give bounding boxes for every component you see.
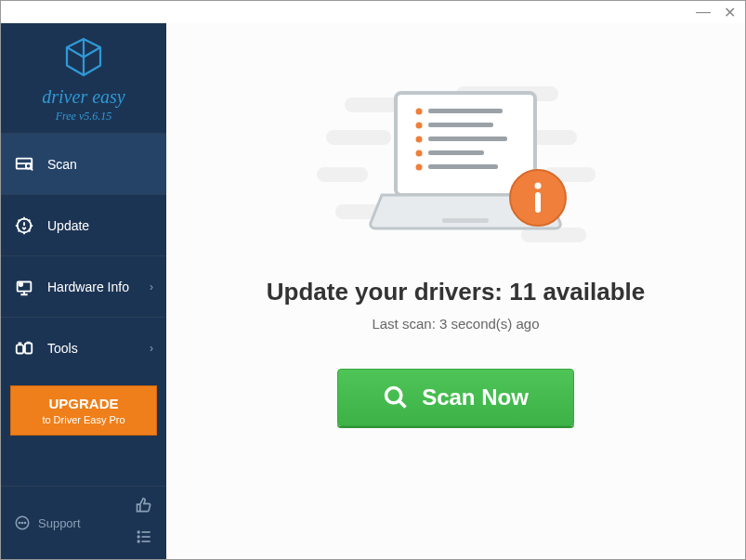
tools-icon xyxy=(14,338,34,358)
svg-rect-33 xyxy=(428,164,498,169)
last-scan-text: Last scan: 3 second(s) ago xyxy=(372,316,539,332)
svg-point-1 xyxy=(26,163,32,169)
svg-rect-25 xyxy=(428,109,503,113)
close-button[interactable]: ✕ xyxy=(724,4,736,21)
svg-point-37 xyxy=(386,388,401,403)
svg-point-35 xyxy=(534,183,541,189)
menu-icon[interactable] xyxy=(135,527,153,550)
svg-point-8 xyxy=(19,522,20,523)
svg-rect-36 xyxy=(535,192,541,213)
titlebar: — ✕ xyxy=(1,1,745,23)
brand-block: driver easy Free v5.6.15 xyxy=(1,23,166,133)
brand-name: driver easy xyxy=(1,86,166,108)
sidebar-item-label: Scan xyxy=(47,157,77,172)
sidebar-item-tools[interactable]: Tools › xyxy=(1,317,166,378)
svg-rect-6 xyxy=(25,343,32,353)
sidebar-item-label: Hardware Info xyxy=(47,280,129,294)
hardware-info-icon xyxy=(14,277,34,297)
svg-rect-22 xyxy=(396,93,535,195)
svg-point-10 xyxy=(24,522,25,523)
svg-point-24 xyxy=(415,109,422,115)
svg-rect-5 xyxy=(17,345,23,353)
update-icon xyxy=(14,215,34,236)
scan-now-button[interactable]: Scan Now xyxy=(337,369,574,426)
support-link[interactable]: Support xyxy=(14,514,81,531)
svg-rect-27 xyxy=(428,123,493,127)
chat-icon xyxy=(14,514,31,531)
svg-point-11 xyxy=(137,531,139,533)
sidebar-item-hardware-info[interactable]: Hardware Info › xyxy=(1,255,166,317)
svg-point-13 xyxy=(137,540,139,542)
upgrade-button[interactable]: UPGRADE to Driver Easy Pro xyxy=(10,385,157,436)
svg-point-28 xyxy=(415,137,422,143)
illustration xyxy=(317,79,595,265)
svg-point-12 xyxy=(137,536,139,538)
svg-point-26 xyxy=(415,123,422,129)
scan-button-label: Scan Now xyxy=(422,384,529,410)
logo-icon xyxy=(61,36,106,81)
minimize-button[interactable]: — xyxy=(696,4,711,20)
sidebar-item-label: Update xyxy=(47,218,89,233)
svg-rect-16 xyxy=(326,130,391,145)
svg-rect-23 xyxy=(442,218,489,223)
svg-rect-29 xyxy=(428,137,507,141)
main-panel: Update your drivers: 11 available Last s… xyxy=(166,23,745,559)
headline-text: Update your drivers: 11 available xyxy=(267,278,646,306)
search-icon xyxy=(383,384,409,410)
chevron-right-icon: › xyxy=(150,342,153,355)
svg-point-32 xyxy=(415,164,422,171)
sidebar: driver easy Free v5.6.15 Scan Update Har… xyxy=(1,23,166,559)
sidebar-item-label: Tools xyxy=(47,341,78,356)
sidebar-footer: Support xyxy=(1,486,166,559)
upgrade-line1: UPGRADE xyxy=(15,396,152,411)
svg-point-30 xyxy=(415,150,422,157)
svg-point-9 xyxy=(21,522,22,523)
support-label: Support xyxy=(38,516,81,530)
scan-icon xyxy=(14,154,34,175)
chevron-right-icon: › xyxy=(150,280,153,293)
thumbs-up-icon[interactable] xyxy=(135,496,153,518)
svg-rect-31 xyxy=(428,150,484,155)
brand-version: Free v5.6.15 xyxy=(1,110,166,124)
upgrade-line2: to Driver Easy Pro xyxy=(15,414,152,425)
sidebar-item-update[interactable]: Update xyxy=(1,194,166,255)
sidebar-item-scan[interactable]: Scan xyxy=(1,133,166,194)
svg-rect-18 xyxy=(317,167,368,182)
svg-point-4 xyxy=(20,282,23,286)
